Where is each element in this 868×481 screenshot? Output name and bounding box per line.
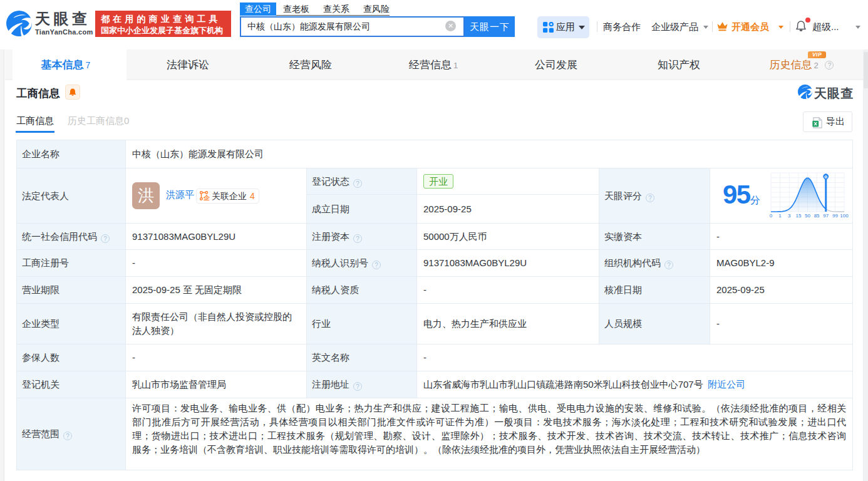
svg-text:99: 99 <box>832 213 838 219</box>
svg-text:1: 1 <box>778 213 782 219</box>
svg-text:15: 15 <box>795 213 801 219</box>
svg-text:50: 50 <box>805 213 810 219</box>
svg-text:85: 85 <box>814 213 820 219</box>
svg-text:企: 企 <box>203 194 210 201</box>
svg-text:0: 0 <box>770 213 773 219</box>
svg-text:3: 3 <box>788 213 791 219</box>
svg-text:97: 97 <box>823 213 829 219</box>
svg-text:100: 100 <box>840 213 849 219</box>
